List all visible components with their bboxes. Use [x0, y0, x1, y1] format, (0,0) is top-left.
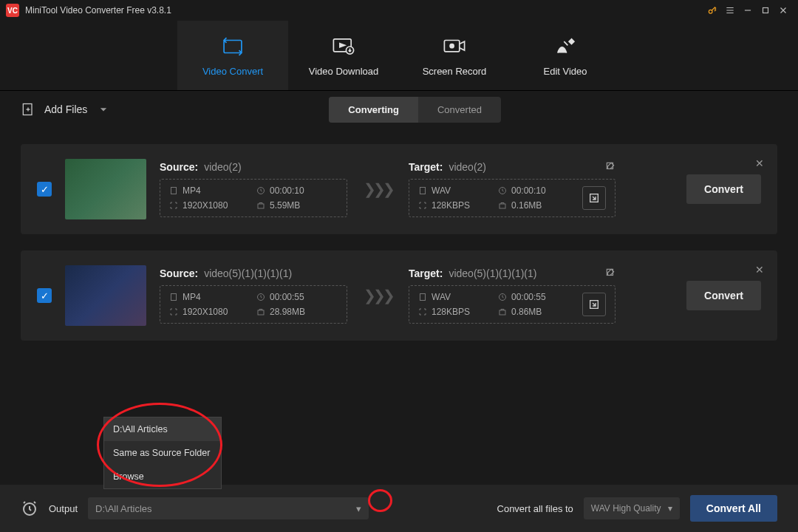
thumbnail[interactable] [65, 159, 146, 219]
target-size: 0.16MB [511, 200, 542, 211]
minimize-icon[interactable] [739, 1, 757, 19]
svg-rect-20 [420, 294, 426, 301]
tab-label: Edit Video [543, 66, 587, 77]
schedule-icon[interactable] [21, 499, 38, 517]
chevron-down-icon [96, 102, 111, 117]
source-label: Source: [160, 267, 198, 279]
resolution-icon [169, 201, 178, 210]
edit-target-icon[interactable] [605, 161, 615, 174]
svg-rect-10 [258, 204, 264, 208]
add-file-icon [21, 102, 35, 117]
dropdown-item[interactable]: Browse [104, 465, 221, 488]
key-icon[interactable] [703, 1, 721, 19]
file-icon [418, 293, 427, 301]
checkbox[interactable]: ✓ [37, 182, 52, 197]
tab-screen-record[interactable]: Screen Record [399, 21, 510, 90]
preset-value: WAV High Quality [591, 503, 661, 514]
source-meta: MP4 00:00:55 1920X1080 28.98MB [160, 285, 347, 324]
tab-edit-video[interactable]: Edit Video [510, 21, 621, 90]
svg-rect-8 [171, 188, 177, 194]
maximize-icon[interactable] [757, 1, 774, 19]
convert-all-label: Convert all files to [497, 503, 573, 514]
add-files-button[interactable]: Add Files [21, 102, 111, 117]
close-icon[interactable] [774, 1, 792, 19]
edit-icon [553, 35, 578, 58]
record-icon [442, 35, 467, 58]
source-name: video(5)(1)(1)(1)(1) [204, 267, 292, 279]
svg-point-0 [709, 10, 712, 13]
source-label: Source: [160, 161, 198, 173]
target-bitrate: 128KBPS [432, 200, 470, 211]
source-meta: MP4 00:00:10 1920X1080 5.59MB [160, 179, 347, 217]
dropdown-item[interactable]: Same as Source Folder [104, 441, 221, 465]
target-bitrate: 128KBPS [432, 307, 470, 317]
tab-converting[interactable]: Converting [329, 97, 418, 123]
settings-button[interactable] [582, 186, 606, 210]
app-logo: VC [6, 4, 19, 17]
clock-icon [498, 293, 507, 301]
checkbox[interactable]: ✓ [37, 288, 52, 303]
toolbar: Add Files Converting Converted [0, 91, 798, 128]
file-list: ✓ Source:video(2) MP4 00:00:10 1920X1080… [0, 144, 798, 341]
tab-converted[interactable]: Converted [418, 97, 501, 123]
main-tabs: Video Convert Video Download Screen Reco… [0, 21, 798, 91]
arrow-icon: ❯❯❯ [361, 180, 395, 198]
tab-label: Video Convert [202, 66, 263, 77]
convert-button[interactable]: Convert [686, 281, 761, 310]
clock-icon [256, 186, 265, 195]
source-format: MP4 [183, 185, 201, 196]
clock-icon [498, 186, 507, 195]
remove-row-icon[interactable]: ✕ [755, 264, 764, 276]
target-meta: WAV 00:00:10 128KBPS 0.16MB [418, 185, 572, 211]
edit-target-icon[interactable] [605, 267, 615, 280]
status-tabs: Converting Converted [329, 97, 501, 123]
footer: Output D:\All Articles ▾ Convert all fil… [0, 485, 798, 532]
svg-point-6 [450, 44, 454, 47]
source-size: 28.98MB [270, 307, 305, 317]
output-value: D:\All Articles [95, 503, 152, 514]
tab-label: Video Download [309, 66, 378, 77]
file-icon [169, 293, 178, 301]
file-row: ✓ Source:video(5)(1)(1)(1)(1) MP4 00:00:… [21, 250, 777, 341]
menu-icon[interactable] [721, 1, 739, 19]
target-meta: WAV 00:00:55 128KBPS 0.86MB [418, 292, 572, 317]
target-label: Target: [409, 267, 443, 279]
bitrate-icon [418, 201, 427, 210]
svg-rect-14 [499, 204, 505, 208]
chevron-down-icon: ▾ [668, 503, 672, 514]
resolution-icon [169, 307, 178, 316]
file-icon [169, 186, 178, 195]
output-select[interactable]: D:\All Articles ▾ [88, 497, 369, 519]
add-files-label: Add Files [44, 103, 87, 115]
target-format: WAV [432, 185, 451, 196]
convert-icon [220, 35, 245, 58]
remove-row-icon[interactable]: ✕ [755, 157, 764, 169]
target-name: video(2) [449, 161, 486, 173]
source-duration: 00:00:55 [270, 292, 304, 302]
svg-rect-16 [171, 294, 177, 301]
convert-button[interactable]: Convert [686, 174, 761, 204]
source-resolution: 1920X1080 [183, 307, 228, 317]
source-size: 5.59MB [270, 200, 300, 211]
preset-select[interactable]: WAV High Quality ▾ [584, 497, 680, 519]
target-name: video(5)(1)(1)(1)(1) [449, 267, 536, 279]
tab-label: Screen Record [423, 66, 487, 77]
bitrate-icon [418, 307, 427, 316]
source-resolution: 1920X1080 [183, 200, 228, 211]
thumbnail[interactable] [65, 265, 146, 326]
tab-video-download[interactable]: Video Download [288, 21, 399, 90]
tab-video-convert[interactable]: Video Convert [177, 21, 288, 90]
target-size: 0.86MB [511, 307, 542, 317]
target-format: WAV [432, 292, 451, 302]
clock-icon [256, 293, 265, 301]
convert-all-button[interactable]: Convert All [690, 495, 777, 522]
dropdown-item[interactable]: D:\All Articles [104, 417, 221, 441]
size-icon [498, 201, 507, 210]
output-dropdown: D:\All Articles Same as Source Folder Br… [103, 417, 222, 489]
file-icon [418, 186, 427, 195]
settings-button[interactable] [582, 293, 606, 316]
chevron-down-icon: ▾ [356, 503, 361, 514]
output-label: Output [49, 503, 78, 514]
source-name: video(2) [204, 161, 242, 173]
target-label: Target: [409, 161, 443, 173]
